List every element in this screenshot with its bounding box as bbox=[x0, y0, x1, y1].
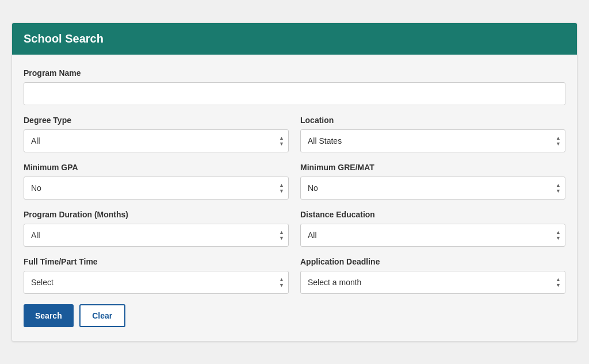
full-time-part-time-label: Full Time/Part Time bbox=[24, 257, 289, 266]
gpa-gre-row: Minimum GPA No 2.5 3.0 3.5 ▲ ▼ Minimum G… bbox=[24, 163, 565, 200]
location-select[interactable]: All States Alabama Alaska Arizona Califo… bbox=[300, 129, 565, 152]
program-duration-group: Program Duration (Months) All 12 18 24 3… bbox=[24, 210, 289, 247]
school-search-card: School Search Program Name Degree Type A… bbox=[12, 22, 577, 342]
fulltime-deadline-row: Full Time/Part Time Select Full Time Par… bbox=[24, 257, 565, 294]
program-duration-wrapper: All 12 18 24 36 48 ▲ ▼ bbox=[24, 224, 289, 247]
degree-type-select[interactable]: All Bachelor's Master's Doctorate Certif… bbox=[24, 129, 289, 152]
program-name-input[interactable] bbox=[24, 82, 565, 105]
distance-education-select[interactable]: All Yes No bbox=[300, 224, 565, 247]
full-time-part-time-wrapper: Select Full Time Part Time Both ▲ ▼ bbox=[24, 271, 289, 294]
search-button[interactable]: Search bbox=[24, 304, 74, 327]
degree-type-group: Degree Type All Bachelor's Master's Doct… bbox=[24, 116, 289, 152]
duration-distance-row: Program Duration (Months) All 12 18 24 3… bbox=[24, 210, 565, 247]
application-deadline-group: Application Deadline Select a month Janu… bbox=[300, 257, 565, 294]
card-body: Program Name Degree Type All Bachelor's … bbox=[12, 55, 577, 341]
minimum-gpa-group: Minimum GPA No 2.5 3.0 3.5 ▲ ▼ bbox=[24, 163, 289, 200]
degree-type-label: Degree Type bbox=[24, 116, 289, 125]
page-title: School Search bbox=[24, 32, 565, 45]
full-time-part-time-group: Full Time/Part Time Select Full Time Par… bbox=[24, 257, 289, 294]
minimum-gpa-label: Minimum GPA bbox=[24, 163, 289, 172]
application-deadline-label: Application Deadline bbox=[300, 257, 565, 266]
minimum-gre-mat-label: Minimum GRE/MAT bbox=[300, 163, 565, 172]
distance-education-wrapper: All Yes No ▲ ▼ bbox=[300, 224, 565, 247]
location-group: Location All States Alabama Alaska Arizo… bbox=[300, 116, 565, 152]
degree-location-row: Degree Type All Bachelor's Master's Doct… bbox=[24, 116, 565, 152]
minimum-gpa-wrapper: No 2.5 3.0 3.5 ▲ ▼ bbox=[24, 177, 289, 200]
distance-education-label: Distance Education bbox=[300, 210, 565, 219]
application-deadline-select[interactable]: Select a month January February March Ap… bbox=[300, 271, 565, 294]
minimum-gre-mat-group: Minimum GRE/MAT No Yes ▲ ▼ bbox=[300, 163, 565, 200]
location-label: Location bbox=[300, 116, 565, 125]
minimum-gpa-select[interactable]: No 2.5 3.0 3.5 bbox=[24, 177, 289, 200]
distance-education-group: Distance Education All Yes No ▲ ▼ bbox=[300, 210, 565, 247]
card-header: School Search bbox=[12, 23, 577, 55]
program-duration-select[interactable]: All 12 18 24 36 48 bbox=[24, 224, 289, 247]
minimum-gre-mat-wrapper: No Yes ▲ ▼ bbox=[300, 177, 565, 200]
application-deadline-wrapper: Select a month January February March Ap… bbox=[300, 271, 565, 294]
degree-type-wrapper: All Bachelor's Master's Doctorate Certif… bbox=[24, 129, 289, 152]
minimum-gre-mat-select[interactable]: No Yes bbox=[300, 177, 565, 200]
clear-button[interactable]: Clear bbox=[79, 304, 125, 327]
program-name-label: Program Name bbox=[24, 68, 565, 78]
program-duration-label: Program Duration (Months) bbox=[24, 210, 289, 219]
location-wrapper: All States Alabama Alaska Arizona Califo… bbox=[300, 129, 565, 152]
full-time-part-time-select[interactable]: Select Full Time Part Time Both bbox=[24, 271, 289, 294]
button-group: Search Clear bbox=[24, 304, 565, 327]
program-name-group: Program Name bbox=[24, 68, 565, 105]
